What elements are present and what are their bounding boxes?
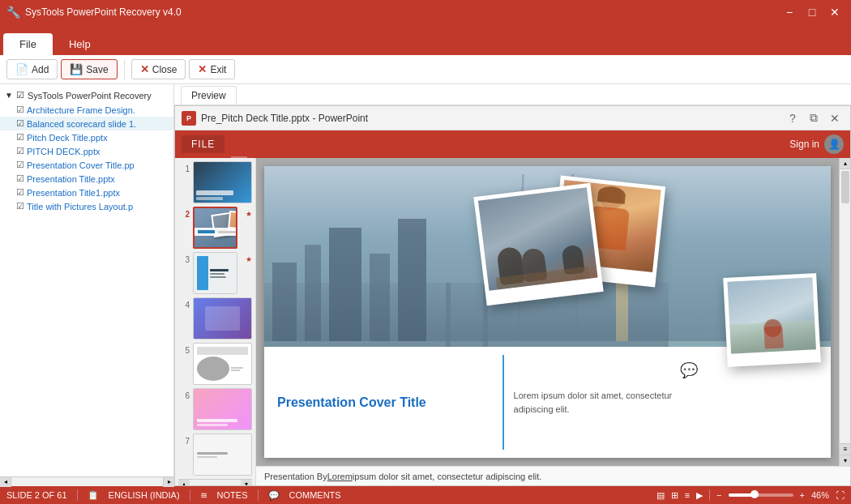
save-button[interactable]: 💾 Save xyxy=(61,59,117,79)
add-button[interactable]: 📄 Add xyxy=(6,59,58,79)
tree-item-7[interactable]: ☑ Presentation Title1.pptx xyxy=(0,186,173,199)
ppt-content: 1 2 xyxy=(175,158,850,485)
tree-root-label: SysTools PowerPoint Recovery xyxy=(28,91,152,100)
tree-item-label-3: Pitch Deck Title.pptx xyxy=(27,133,108,143)
slide-img-5[interactable] xyxy=(193,343,252,385)
window-controls: − □ ✕ xyxy=(780,2,845,22)
exit-button[interactable]: ✕ Exit xyxy=(189,59,235,79)
status-right: ▤ ⊞ ≡ ▶ − + 46% ⛶ xyxy=(656,489,845,501)
ppt-close-button[interactable]: ✕ xyxy=(826,109,844,127)
slide-thumb-4[interactable]: 4 xyxy=(178,297,252,340)
tree-hscroll[interactable]: ◂ ▸ xyxy=(0,476,174,486)
close-window-button[interactable]: ✕ xyxy=(825,2,845,22)
polaroid-3 xyxy=(723,273,821,367)
ppt-file-button[interactable]: FILE xyxy=(182,135,225,153)
view-present-icon[interactable]: ▶ xyxy=(696,490,703,501)
minimize-button[interactable]: − xyxy=(780,2,799,22)
vscroll-down-mid[interactable]: ≡ xyxy=(840,443,850,455)
item-checkbox-6[interactable]: ☑ xyxy=(16,173,24,184)
menu-tab-file[interactable]: File xyxy=(3,33,53,55)
tree-item-4[interactable]: ☑ PITCH DECK.pptx xyxy=(0,144,173,158)
item-checkbox-2[interactable]: ☑ xyxy=(16,118,24,129)
slide-canvas-area: Presentation Cover Title Lorem ipsum dol… xyxy=(256,158,839,466)
menu-bar: File Help xyxy=(0,24,851,55)
ppt-title-controls: ? ⧉ ✕ xyxy=(784,109,844,127)
zoom-handle[interactable] xyxy=(751,490,759,498)
slide-title-section: Presentation Cover Title xyxy=(264,347,502,458)
slide-num-5: 5 xyxy=(178,343,190,355)
ppt-restore-button[interactable]: ⧉ xyxy=(805,109,823,127)
view-book-icon[interactable]: ≡ xyxy=(685,490,690,500)
status-sep-3 xyxy=(258,489,259,501)
slide-thumb-6[interactable]: 6 xyxy=(178,388,252,430)
zoom-slider[interactable] xyxy=(729,493,793,497)
item-checkbox-7[interactable]: ☑ xyxy=(16,187,24,198)
status-sep-1 xyxy=(77,489,78,501)
close-button[interactable]: ✕ Close xyxy=(131,59,186,79)
slide-thumb-5[interactable]: 5 xyxy=(178,343,252,385)
tree-item-6[interactable]: ☑ Presentation Title.pptx xyxy=(0,172,173,186)
slide-thumb-2[interactable]: 2 xyxy=(178,207,252,249)
tree-item-1[interactable]: ☑ Architecture Frame Design. xyxy=(0,103,173,117)
language-info: ENGLISH (INDIA) xyxy=(109,490,180,500)
slide-img-4[interactable] xyxy=(193,297,252,340)
ppt-toolbar: FILE Sign in 👤 xyxy=(175,130,850,158)
thumb-scroll[interactable]: ▴ ▾ xyxy=(178,479,252,485)
item-checkbox-8[interactable]: ☑ xyxy=(16,201,24,211)
tree-item-2[interactable]: ☑ Balanced scorecard slide 1. xyxy=(0,117,173,130)
ppt-sign-in[interactable]: Sign in 👤 xyxy=(789,135,844,154)
slide-img-2[interactable] xyxy=(193,207,237,249)
item-checkbox-4[interactable]: ☑ xyxy=(16,146,24,156)
ppt-help-button[interactable]: ? xyxy=(784,109,802,127)
rail-area xyxy=(264,283,669,347)
slide-img-1[interactable] xyxy=(193,161,252,203)
slide-thumb-1[interactable]: 1 xyxy=(178,161,252,203)
exit-icon: ✕ xyxy=(198,63,207,75)
slide-img-7[interactable] xyxy=(193,434,252,476)
main-vscroll[interactable]: ▴ ≡ ▾ xyxy=(839,158,850,466)
zoom-percent: 46% xyxy=(811,490,829,500)
thumb-scroll-up[interactable]: ▴ xyxy=(178,480,190,486)
item-checkbox-1[interactable]: ☑ xyxy=(16,105,24,115)
title-bar: 🔧 SysTools PowerPoint Recovery v4.0 − □ … xyxy=(0,0,851,24)
zoom-minus-icon[interactable]: − xyxy=(716,490,721,500)
ppt-window: P Pre_Pitch Deck Title.pptx - PowerPoint… xyxy=(174,105,851,486)
slide-thumb-3[interactable]: 3 xyxy=(178,252,252,294)
tree-item-label-4: PITCH DECK.pptx xyxy=(27,147,100,156)
vscroll-up[interactable]: ▴ xyxy=(840,158,850,169)
comment-bubble-icon: 💬 xyxy=(680,358,698,379)
vscroll-thumb[interactable] xyxy=(841,171,849,203)
app-title: SysTools PowerPoint Recovery v4.0 xyxy=(25,6,182,18)
menu-tab-help[interactable]: Help xyxy=(53,33,107,55)
notes-label: NOTES xyxy=(217,490,248,500)
thumb-scroll-down[interactable]: ▾ xyxy=(241,480,252,486)
item-checkbox-3[interactable]: ☑ xyxy=(16,132,24,143)
vscroll-down[interactable]: ▾ xyxy=(840,455,850,466)
polaroid-3-image xyxy=(727,277,816,353)
tree-item-8[interactable]: ☑ Title with Pictures Layout.p xyxy=(0,199,173,213)
fit-window-icon[interactable]: ⛶ xyxy=(836,490,845,500)
tree-root[interactable]: ▼ ☑ SysTools PowerPoint Recovery xyxy=(0,88,173,103)
slide-info: SLIDE 2 OF 61 xyxy=(6,490,67,500)
ppt-title-bar: P Pre_Pitch Deck Title.pptx - PowerPoint… xyxy=(175,106,850,130)
ppt-title-text: Pre_Pitch Deck Title.pptx - PowerPoint xyxy=(201,113,368,124)
view-normal-icon[interactable]: ▤ xyxy=(656,490,665,501)
view-grid-icon[interactable]: ⊞ xyxy=(671,490,678,501)
zoom-plus-icon[interactable]: + xyxy=(800,490,805,500)
hscroll-right[interactable]: ▸ xyxy=(163,477,174,487)
maximize-button[interactable]: □ xyxy=(802,2,822,22)
preview-panel: Preview P Pre_Pitch Deck Title.pptx - Po… xyxy=(174,84,851,486)
tree-expand-icon: ▼ xyxy=(5,91,13,100)
root-checkbox[interactable]: ☑ xyxy=(16,90,24,100)
bottom-text-underline: Lorem xyxy=(327,472,353,481)
item-checkbox-5[interactable]: ☑ xyxy=(16,160,24,170)
hscroll-left[interactable]: ◂ xyxy=(0,477,11,487)
tree-item-3[interactable]: ☑ Pitch Deck Title.pptx xyxy=(0,130,173,144)
preview-tab[interactable]: Preview xyxy=(181,86,237,105)
slide-thumb-7[interactable]: 7 xyxy=(178,434,252,476)
tree-item-5[interactable]: ☑ Presentation Cover Title.pp xyxy=(0,158,173,172)
tree-item-label-1: Architecture Frame Design. xyxy=(27,105,135,115)
toolbar: 📄 Add 💾 Save ✕ Close ✕ Exit xyxy=(0,55,851,84)
slide-img-6[interactable] xyxy=(193,388,252,430)
slide-img-3[interactable] xyxy=(193,252,237,294)
